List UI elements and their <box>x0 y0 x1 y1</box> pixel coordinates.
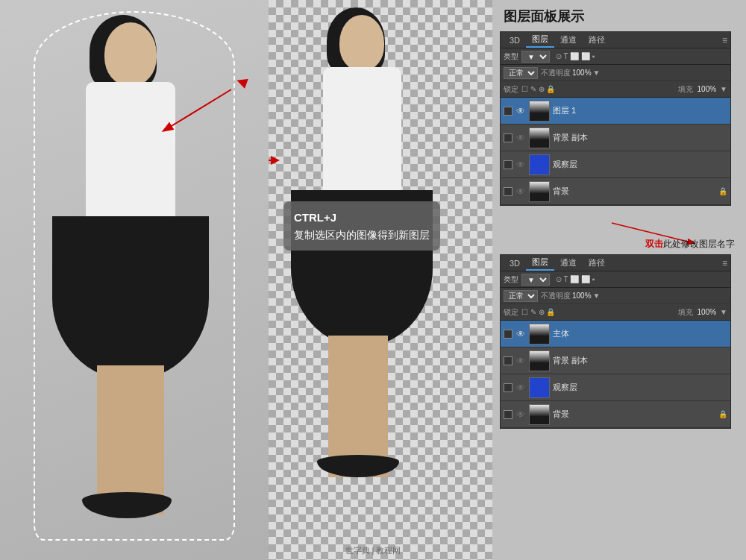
type-label-bottom: 类型 <box>504 274 518 285</box>
layer-thumb-2-top <box>529 154 550 175</box>
type-label-top: 类型 <box>504 51 518 62</box>
layer-item-3-top[interactable]: 👁 背景 🔒 <box>501 178 730 205</box>
annotation-container: 双击此处修改图层名字 <box>500 217 739 251</box>
layer-vis-2-bottom[interactable] <box>504 383 513 392</box>
skirt-left <box>52 216 209 380</box>
layer-vis-3-top[interactable] <box>504 187 513 196</box>
ps-tabs-bottom: 3D 图层 通道 路径 ≡ <box>501 255 730 271</box>
lock-label-bottom: 锁定 <box>504 307 518 318</box>
lock-label-top: 锁定 <box>504 84 518 95</box>
blend-opacity-row-top: 正常 不透明度 100% ▼ <box>501 65 730 81</box>
layer-thumb-3-bottom <box>529 404 550 425</box>
opacity-arrow-top[interactable]: ▼ <box>593 69 601 77</box>
layer-eye-2-bottom[interactable]: 👁 <box>515 383 526 393</box>
tab-3d-top[interactable]: 3D <box>504 34 526 46</box>
layer-eye-1-bottom[interactable]: 👁 <box>515 356 526 366</box>
svg-marker-2 <box>271 156 280 165</box>
layer-item-0-top[interactable]: 👁 图层 1 <box>501 98 730 125</box>
tab-3d-bottom[interactable]: 3D <box>504 257 526 269</box>
layer-thumb-0-bottom <box>529 324 550 345</box>
blend-mode-select-bottom[interactable]: 正常 <box>504 290 538 302</box>
ps-toolbar-type-top: 类型 ▼ ⊙ T ⬜ ⬜ ▪ <box>501 48 730 65</box>
opacity-value-bottom: 100% <box>572 292 592 300</box>
layers-container-top: 👁 图层 1 👁 背景 副本 <box>501 98 730 205</box>
tab-channels-bottom[interactable]: 通道 <box>554 256 583 270</box>
layer-eye-3-top[interactable]: 👁 <box>515 186 526 197</box>
opacity-arrow-bottom[interactable]: ▼ <box>593 292 601 300</box>
watermark: 世字典 | 教程网 <box>345 545 401 556</box>
fill-label-bottom: 填充 <box>678 307 693 318</box>
tab-layers-bottom[interactable]: 图层 <box>526 255 554 271</box>
torso-right <box>323 67 401 201</box>
lock-icons-top: ☐ ✎ ⊕ 🔒 <box>521 85 555 93</box>
tab-layers-top[interactable]: 图层 <box>526 32 554 48</box>
lock-icon-3-top: 🔒 <box>718 187 727 195</box>
opacity-label-bottom: 不透明度 <box>541 291 571 301</box>
layer-eye-0-top[interactable]: 👁 <box>515 106 526 116</box>
opacity-value-top: 100% <box>572 69 592 77</box>
ps-tabs-top: 3D 图层 通道 路径 ≡ <box>501 32 730 48</box>
photo-original: ▶ <box>0 0 269 560</box>
layer-vis-1-bottom[interactable] <box>504 356 513 365</box>
lock-icon-3-bottom: 🔒 <box>718 410 727 418</box>
layer-thumb-2-bottom <box>529 377 550 398</box>
layer-item-1-top[interactable]: 👁 背景 副本 <box>501 125 730 151</box>
layer-eye-3-bottom[interactable]: 👁 <box>515 409 526 420</box>
toolbar-icons-top: ⊙ T ⬜ ⬜ ▪ <box>556 52 595 60</box>
layers-container-bottom: 👁 主体 👁 背景 副本 <box>501 321 730 428</box>
tooltip-description: 复制选区内的图像得到新图层 <box>294 227 430 243</box>
layer-name-1-bottom: 背景 副本 <box>553 355 727 366</box>
annotation-rest: 此处修改图层名字 <box>663 239 735 249</box>
layer-name-0-top: 图层 1 <box>553 105 727 116</box>
opacity-label-top: 不透明度 <box>541 68 571 78</box>
main-container: ▶ CTRL+J 复制选区内的图像得到新图层 <box>0 0 746 560</box>
layer-item-3-bottom[interactable]: 👁 背景 🔒 <box>501 401 730 428</box>
layer-vis-0-top[interactable] <box>504 107 513 116</box>
tab-paths-top[interactable]: 路径 <box>583 33 611 47</box>
fill-arrow-top[interactable]: ▼ <box>720 85 727 93</box>
blend-mode-select-top[interactable]: 正常 <box>504 67 538 79</box>
panel-menu-icon-bottom[interactable]: ≡ <box>722 258 727 268</box>
layer-eye-0-bottom[interactable]: 👁 <box>515 329 526 339</box>
layer-item-2-top[interactable]: 👁 观察层 <box>501 151 730 178</box>
layer-vis-3-bottom[interactable] <box>504 410 513 419</box>
layer-item-1-bottom[interactable]: 👁 背景 副本 <box>501 347 730 374</box>
right-panel-area: 图层面板展示 3D 图层 通道 路径 ≡ 类型 ▼ ⊙ T ⬜ ⬜ ▪ <box>492 0 746 560</box>
fill-label-top: 填充 <box>678 84 693 95</box>
layer-thumb-3-top <box>529 181 550 202</box>
arrow-between-panels <box>269 149 280 172</box>
tab-channels-top[interactable]: 通道 <box>554 33 583 47</box>
layer-name-1-top: 背景 副本 <box>553 132 727 143</box>
blend-opacity-row-bottom: 正常 不透明度 100% ▼ <box>501 288 730 304</box>
layer-item-2-bottom[interactable]: 👁 观察层 <box>501 374 730 401</box>
layer-eye-2-top[interactable]: 👁 <box>515 160 526 170</box>
toolbar-icons-bottom: ⊙ T ⬜ ⬜ ▪ <box>556 275 595 283</box>
fill-arrow-bottom[interactable]: ▼ <box>720 308 727 316</box>
annotation-text: 双击此处修改图层名字 <box>645 238 735 251</box>
layer-vis-1-top[interactable] <box>504 133 513 142</box>
head-right <box>339 15 384 71</box>
ps-panel-bottom: 3D 图层 通道 路径 ≡ 类型 ▼ ⊙ T ⬜ ⬜ ▪ 正常 不透明度 1 <box>500 254 731 429</box>
layer-name-2-top: 观察层 <box>553 159 727 170</box>
left-photo-area: ▶ <box>0 0 269 560</box>
type-select-top[interactable]: ▼ <box>521 51 550 63</box>
layer-vis-0-bottom[interactable] <box>504 330 513 339</box>
tooltip-box: CTRL+J 复制选区内的图像得到新图层 <box>283 201 440 251</box>
layer-name-2-bottom: 观察层 <box>553 382 727 393</box>
type-select-bottom[interactable]: ▼ <box>521 274 550 286</box>
layer-eye-1-top[interactable]: 👁 <box>515 133 526 143</box>
layer-vis-2-top[interactable] <box>504 160 513 169</box>
layer-item-0-bottom[interactable]: 👁 主体 <box>501 321 730 347</box>
annotation-highlight: 双击 <box>645 239 663 249</box>
layer-name-0-bottom: 主体 <box>553 328 727 339</box>
panel-menu-icon-top[interactable]: ≡ <box>722 35 727 45</box>
layer-name-3-bottom: 背景 <box>553 409 715 420</box>
lock-icons-bottom: ☐ ✎ ⊕ 🔒 <box>521 308 555 316</box>
layer-thumb-1-bottom <box>529 350 550 371</box>
shortcut-text: CTRL+J <box>294 209 430 227</box>
panel-title: 图层面板展示 <box>500 7 739 25</box>
lock-row-bottom: 锁定 ☐ ✎ ⊕ 🔒 填充 100% ▼ <box>501 304 730 321</box>
tab-paths-bottom[interactable]: 路径 <box>583 256 611 270</box>
layer-thumb-1-top <box>529 128 550 148</box>
layer-thumb-0-top <box>529 101 550 122</box>
